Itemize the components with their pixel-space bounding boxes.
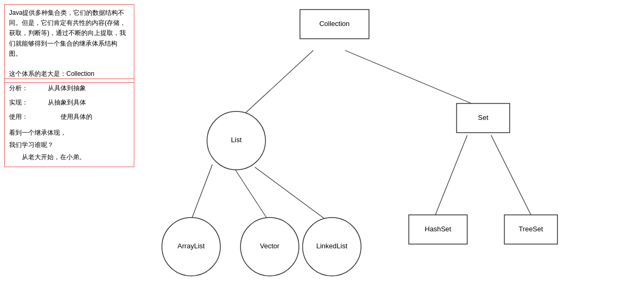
svg-line-6 — [491, 135, 531, 215]
note-line3: 从老大开始，在小弟。 — [9, 151, 130, 163]
svg-line-4 — [255, 167, 327, 220]
info-box-1: Java提供多种集合类，它们的数据结构不同。但是，它们肯定有共性的内容(存储，获… — [4, 4, 134, 83]
hashset-label: HashSet — [425, 225, 451, 233]
collection-label: Collection — [319, 20, 349, 28]
list-label: List — [231, 136, 242, 144]
label-implement: 实现： — [9, 97, 48, 109]
svg-line-0 — [244, 50, 313, 114]
set-label: Set — [478, 114, 488, 122]
value-use: 使用具体的 — [48, 111, 130, 123]
value-analyze: 从具体到抽象 — [48, 82, 130, 94]
svg-line-2 — [191, 164, 212, 220]
svg-line-5 — [435, 135, 467, 215]
svg-line-1 — [345, 50, 478, 106]
svg-line-3 — [234, 167, 268, 220]
label-analyze: 分析： — [9, 82, 48, 94]
arraylist-label: ArrayList — [177, 242, 205, 250]
info-box-2: 分析： 从具体到抽象 实现： 从抽象到具体 使用： 使用具体的 看到一个继承体现… — [4, 79, 134, 167]
linkedlist-label: LinkedList — [316, 242, 348, 250]
value-implement: 从抽象到具体 — [48, 97, 130, 109]
info-text-1: Java提供多种集合类，它们的数据结构不同。但是，它们肯定有共性的内容(存储，获… — [9, 9, 126, 77]
note-line1: 看到一个继承体现， — [9, 127, 130, 139]
vector-label: Vector — [260, 242, 280, 250]
note-line2: 我们学习谁呢？ — [9, 139, 130, 151]
treeset-label: TreeSet — [519, 225, 543, 233]
diagram: Collection List Set ArrayList Vector Lin… — [138, 0, 642, 295]
label-use: 使用： — [9, 111, 48, 123]
